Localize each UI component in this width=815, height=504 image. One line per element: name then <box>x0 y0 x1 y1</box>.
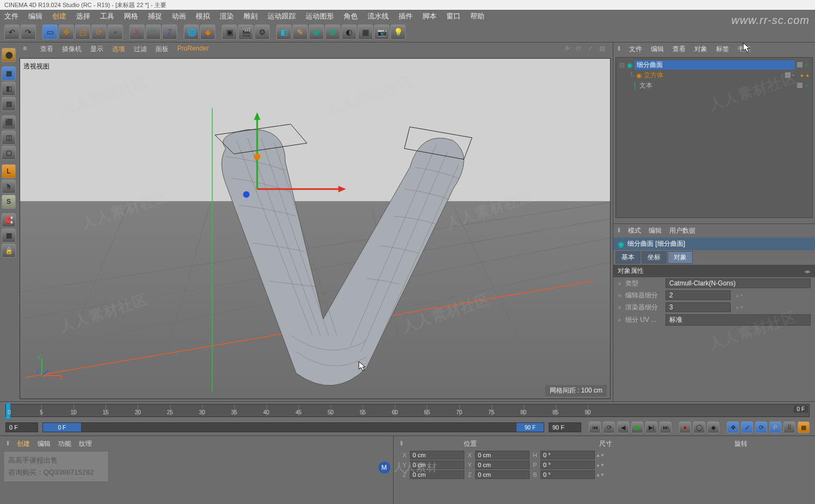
menu-animate[interactable]: 动画 <box>172 11 186 20</box>
axis-z-button[interactable]: Z <box>162 24 177 40</box>
om-tags[interactable]: 标签 <box>716 45 729 54</box>
om-file[interactable]: 文件 <box>629 45 642 54</box>
undo-button[interactable]: ↶ <box>4 24 20 40</box>
point-mode-button[interactable]: ⬛ <box>2 115 16 129</box>
mat-function[interactable]: 功能 <box>58 439 71 449</box>
pos-y-input[interactable]: 0 cm <box>410 461 464 469</box>
scale-tool[interactable]: ◳ <box>75 24 90 40</box>
magnet-button[interactable]: 🧲 <box>2 213 16 227</box>
menu-motion-tracker[interactable]: 运动跟踪 <box>267 11 296 20</box>
view-panel[interactable]: 面板 <box>155 45 169 54</box>
edge-mode-button[interactable]: ◫ <box>2 130 16 145</box>
render-view-button[interactable]: ▣ <box>222 24 237 40</box>
size-z-input[interactable]: 0 cm <box>475 470 530 479</box>
om-edit[interactable]: 编辑 <box>651 45 664 54</box>
coord-system-button[interactable]: 🌐 <box>184 24 199 40</box>
spline-button[interactable]: ✎ <box>293 24 308 40</box>
pos-z-input[interactable]: 0 cm <box>410 470 464 479</box>
ruler-end-field[interactable]: 0 F <box>794 406 808 413</box>
render-settings-button[interactable]: ⚙ <box>254 24 270 40</box>
range-slider[interactable]: 0 F 90 F <box>42 422 544 432</box>
camera-button[interactable]: ▦ <box>358 24 373 40</box>
bulb-button[interactable]: 💡 <box>390 24 406 40</box>
menu-simulate[interactable]: 模拟 <box>196 11 210 20</box>
pos-x-input[interactable]: 0 cm <box>410 451 464 459</box>
go-start-button[interactable]: ⏮ <box>589 421 601 433</box>
model-mode-button[interactable]: ▦ <box>2 66 16 80</box>
record-button[interactable]: ● <box>679 421 691 433</box>
object-axis-button[interactable]: ◆ <box>200 24 215 40</box>
view-options[interactable]: 选项 <box>112 45 125 54</box>
tab-object[interactable]: 对象 <box>668 251 693 264</box>
go-prev-key-button[interactable]: ⟳ <box>603 421 615 433</box>
type-dropdown[interactable]: Catmull-Clark(N-Gons) <box>665 278 811 288</box>
attr-userdata[interactable]: 用户数据 <box>669 226 695 235</box>
size-y-input[interactable]: 0 cm <box>475 461 530 469</box>
editor-subdiv-input[interactable]: 2 <box>665 290 731 300</box>
uv-dropdown[interactable]: 标准 <box>665 314 811 326</box>
mat-edit[interactable]: 编辑 <box>38 439 51 449</box>
snap-button[interactable]: S <box>2 195 16 209</box>
rot-b-input[interactable]: 0 ° <box>540 470 595 479</box>
deformer-button[interactable]: ✿ <box>325 24 340 40</box>
mat-create[interactable]: 创建 <box>17 439 30 449</box>
om-bookmarks[interactable]: 书签 <box>738 45 751 54</box>
lock-button[interactable]: 🔒 <box>2 244 16 258</box>
view-filter[interactable]: 过滤 <box>134 45 147 54</box>
tree-row-text[interactable]: │ 文本 ✓ <box>618 80 810 91</box>
make-editable-button[interactable]: ⬤ <box>2 48 16 62</box>
menu-mesh[interactable]: 网格 <box>124 11 138 20</box>
attr-mode[interactable]: 模式 <box>628 226 641 235</box>
viewport-nav-icons[interactable]: ✥ ⟳ ⤢ ▦ <box>564 45 607 54</box>
menu-snap[interactable]: 捕捉 <box>148 11 162 20</box>
tweak-mode-button[interactable]: 🖱 <box>2 179 16 194</box>
menu-select[interactable]: 选择 <box>76 11 90 20</box>
last-tool[interactable]: ▫ <box>108 24 123 40</box>
view-display[interactable]: 显示 <box>90 45 103 54</box>
mat-texture[interactable]: 纹理 <box>79 439 92 449</box>
key-param-button[interactable]: P <box>769 421 781 433</box>
view-cameras[interactable]: 摄像机 <box>62 45 82 54</box>
attr-edit[interactable]: 编辑 <box>649 226 662 235</box>
viewport[interactable]: 透视视图 <box>20 58 611 399</box>
workplane-button[interactable]: ▦ <box>2 228 16 242</box>
frame-end-field[interactable] <box>549 422 581 432</box>
menu-plugins[interactable]: 插件 <box>399 11 413 20</box>
workplane-mode-button[interactable]: ▤ <box>2 97 16 111</box>
primitive-button[interactable]: ◧ <box>276 24 291 40</box>
menu-pipeline[interactable]: 流水线 <box>368 11 389 20</box>
keyframe-sel-button[interactable]: ◆ <box>707 421 719 433</box>
menu-character[interactable]: 角色 <box>344 11 358 20</box>
menu-create[interactable]: 创建 <box>52 11 66 20</box>
menu-window[interactable]: 窗口 <box>446 11 461 20</box>
generator-button[interactable]: ◉ <box>309 24 324 40</box>
tree-row-cube[interactable]: └ ◉ 立方体 • ●● <box>618 70 810 80</box>
menu-render[interactable]: 渲染 <box>220 11 234 20</box>
move-tool[interactable]: ✥ <box>59 24 74 40</box>
environment-button[interactable]: ◐ <box>341 24 357 40</box>
menu-sculpt[interactable]: 雕刻 <box>244 11 258 20</box>
tree-row-subdivision-surface[interactable]: ⊟ ◉ 细分曲面 ✓ <box>618 60 810 70</box>
play-back-button[interactable]: ◀ <box>617 421 629 433</box>
render-pv-button[interactable]: 🎬 <box>238 24 253 40</box>
redo-button[interactable]: ↷ <box>21 24 36 40</box>
tab-basic[interactable]: 基本 <box>615 251 640 264</box>
menu-tools[interactable]: 工具 <box>100 11 114 20</box>
autokey-button[interactable]: ◯ <box>693 421 705 433</box>
view-prorender[interactable]: ProRender <box>177 45 209 54</box>
key-options-button[interactable]: ⠿ <box>783 421 795 433</box>
frame-start-field[interactable] <box>5 422 38 432</box>
view-view[interactable]: 查看 <box>40 45 53 54</box>
menu-edit[interactable]: 编辑 <box>28 11 42 20</box>
axis-y-button[interactable]: Y <box>146 24 161 40</box>
polygon-mode-button[interactable]: ▢ <box>2 146 16 160</box>
menu-script[interactable]: 脚本 <box>422 11 437 20</box>
rotate-tool[interactable]: ⟳ <box>91 24 107 40</box>
om-view[interactable]: 查看 <box>673 45 686 54</box>
size-x-input[interactable]: 0 cm <box>475 451 530 459</box>
object-tree[interactable]: ⊟ ◉ 细分曲面 ✓ └ ◉ 立方体 • ●● │ 文本 ✓ 人人素材社区 <box>615 57 813 218</box>
om-objects[interactable]: 对象 <box>694 45 707 54</box>
texture-mode-button[interactable]: ◧ <box>2 82 16 96</box>
go-next-key-button[interactable]: ▶| <box>645 421 657 433</box>
go-end-button[interactable]: ⏭ <box>660 421 671 433</box>
